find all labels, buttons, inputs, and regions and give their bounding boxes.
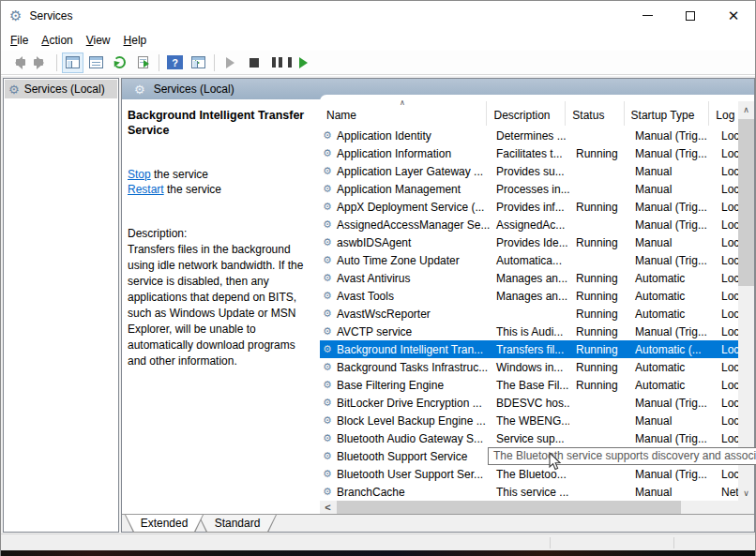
description-label: Description:	[128, 226, 316, 242]
scroll-left-button[interactable]: <	[320, 501, 336, 514]
service-gear-icon: ⚙	[323, 486, 335, 498]
service-link-line: Stop the service	[128, 167, 315, 182]
table-row[interactable]: ⚙Auto Time Zone UpdaterAutomatica...Manu…	[320, 251, 738, 269]
cell-startup-type: Manual	[628, 486, 715, 499]
cell-name: Avast Antivirus	[335, 272, 490, 285]
help-button[interactable]: ?	[164, 53, 186, 73]
cell-name: AvastWscReporter	[335, 308, 490, 321]
cell-startup-type: Manual (Trig...	[628, 147, 715, 160]
menu-action[interactable]: Action	[35, 32, 79, 49]
action-pane-icon	[191, 56, 205, 68]
tab-standard[interactable]: Standard	[198, 515, 277, 533]
stop-service-link[interactable]: Stop	[128, 168, 151, 181]
scroll-down-button[interactable]: ∨	[738, 485, 754, 501]
menu-file[interactable]: File	[4, 32, 35, 49]
table-row[interactable]: ⚙Avast ToolsManages an...RunningAutomati…	[320, 287, 738, 305]
cell-name: Application Identity	[335, 129, 490, 143]
column-header-startup-type[interactable]: Startup Type	[625, 101, 710, 126]
table-row[interactable]: ⚙AVCTP serviceThis is Audi...RunningManu…	[320, 323, 738, 340]
show-console-tree-button[interactable]	[62, 53, 83, 73]
column-header-description[interactable]: Description	[487, 101, 566, 126]
toolbar-separator	[214, 54, 215, 71]
vertical-scrollbar[interactable]	[738, 101, 754, 501]
cell-startup-type: Manual (Trig...	[628, 325, 715, 338]
cell-name: Application Information	[335, 147, 490, 160]
table-row[interactable]: ⚙Base Filtering EngineThe Base Fil...Run…	[320, 376, 738, 394]
cell-description: Service sup...	[490, 432, 569, 445]
menu-view[interactable]: View	[80, 32, 117, 49]
scroll-up-button[interactable]: ∧	[738, 101, 754, 117]
selected-service-title: Background Intelligent Transfer Service	[128, 108, 315, 138]
table-row[interactable]: ⚙AppX Deployment Service (...Provides in…	[320, 198, 738, 216]
table-row[interactable]: ⚙AvastWscReporterRunningAutomaticLoca	[320, 305, 738, 323]
column-header-name[interactable]: Name∧	[320, 101, 487, 126]
column-header-log[interactable]: Log	[709, 101, 738, 126]
table-row[interactable]: ⚙Application Layer Gateway ...Provides s…	[320, 162, 738, 180]
cell-description: Manages an...	[490, 272, 569, 285]
table-row[interactable]: ⚙Bluetooth Audio Gateway S...Service sup…	[320, 429, 738, 447]
toolbar: ?	[1, 51, 755, 75]
restart-service-button[interactable]	[290, 53, 311, 73]
show-action-pane-button[interactable]	[188, 53, 209, 73]
cell-name: Base Filtering Engine	[335, 379, 490, 392]
cell-name: Application Layer Gateway ...	[335, 165, 490, 178]
service-gear-icon: ⚙	[323, 308, 335, 320]
cell-name: Application Management	[335, 183, 490, 196]
services-node-icon: ⚙	[8, 83, 20, 97]
table-row[interactable]: ⚙aswbIDSAgentProvides Ide...RunningManua…	[320, 233, 738, 251]
table-row-selected[interactable]: ⚙Background Intelligent Tran...Transfers…	[320, 340, 738, 358]
table-row[interactable]: ⚙Application ManagementProcesses in...Ma…	[320, 180, 738, 198]
back-button[interactable]	[7, 53, 28, 73]
table-row[interactable]: ⚙AssignedAccessManager Se...AssignedAc..…	[320, 216, 738, 233]
vertical-scrollbar-thumb[interactable]	[738, 119, 754, 286]
cell-name: BitLocker Drive Encryption ...	[335, 397, 490, 410]
restart-service-icon	[288, 57, 313, 68]
horizontal-scrollbar-thumb[interactable]	[337, 501, 681, 514]
console-tree-icon	[66, 56, 80, 68]
table-row[interactable]: ⚙Application IdentityDetermines ...Manua…	[320, 127, 738, 144]
start-service-icon	[226, 57, 240, 68]
restart-service-link[interactable]: Restart	[128, 183, 164, 196]
start-service-button[interactable]	[219, 53, 241, 73]
menu-help[interactable]: Help	[117, 32, 154, 49]
export-list-icon	[138, 56, 148, 68]
service-gear-icon: ⚙	[323, 129, 335, 142]
cell-status: Running	[569, 379, 628, 392]
stop-service-button[interactable]	[243, 53, 265, 73]
service-description: Description: Transfers files in the back…	[128, 226, 316, 369]
cell-description: Automatica...	[490, 254, 569, 267]
service-gear-icon: ⚙	[323, 450, 335, 462]
pause-service-button[interactable]	[266, 53, 288, 73]
cell-name: Background Intelligent Tran...	[335, 343, 490, 356]
cell-status: Running	[569, 147, 628, 160]
properties-button[interactable]	[85, 53, 107, 73]
tab-extended[interactable]: Extended	[125, 515, 204, 533]
table-row[interactable]: ⚙Application InformationFacilitates t...…	[320, 144, 738, 162]
tree-item-services-local[interactable]: ⚙ Services (Local)	[5, 80, 117, 98]
table-row[interactable]: ⚙Block Level Backup Engine ...The WBENG.…	[320, 412, 738, 429]
horizontal-scrollbar[interactable]	[320, 501, 738, 514]
cell-status: Running	[569, 236, 628, 249]
table-row[interactable]: ⚙Avast AntivirusManages an...RunningAuto…	[320, 269, 738, 287]
refresh-button[interactable]	[109, 53, 130, 73]
cell-status: Running	[569, 308, 628, 321]
column-header-status[interactable]: Status	[566, 101, 624, 126]
cell-name: AppX Deployment Service (...	[335, 201, 490, 214]
table-row[interactable]: ⚙BitLocker Drive Encryption ...BDESVC ho…	[320, 394, 738, 412]
window-controls: ✕	[626, 1, 755, 30]
window-title: Services	[29, 9, 72, 23]
minimize-button[interactable]	[626, 1, 669, 30]
cell-name: Auto Time Zone Updater	[335, 254, 490, 267]
forward-button[interactable]	[30, 53, 52, 73]
close-icon: ✕	[728, 8, 740, 23]
cell-description: This is Audi...	[490, 325, 569, 338]
table-row[interactable]: ⚙Background Tasks Infrastruc...Windows i…	[320, 358, 738, 376]
table-row[interactable]: ⚙BranchCacheThis service ...ManualNetw	[320, 483, 738, 501]
maximize-button[interactable]	[669, 1, 712, 30]
cell-startup-type: Manual (Trig...	[628, 468, 715, 481]
close-button[interactable]: ✕	[712, 1, 755, 30]
titlebar[interactable]: ⚙ Services ✕	[1, 1, 755, 30]
table-row[interactable]: ⚙Bluetooth User Support Ser...The Blueto…	[320, 465, 738, 483]
export-list-button[interactable]	[132, 53, 154, 73]
sort-ascending-icon: ∧	[400, 98, 405, 107]
